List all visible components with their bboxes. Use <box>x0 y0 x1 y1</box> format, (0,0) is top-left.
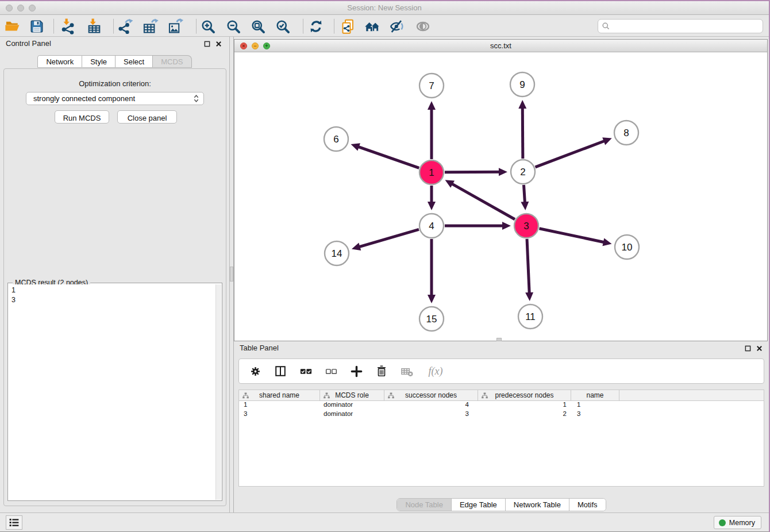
import-network-button[interactable] <box>59 17 77 36</box>
tab-edge-table[interactable]: Edge Table <box>451 499 505 511</box>
node-label-2: 2 <box>520 167 525 178</box>
close-panel-button[interactable] <box>214 40 222 48</box>
panel-splitter[interactable] <box>230 37 234 513</box>
mcds-result-text[interactable]: 1 3 <box>8 284 215 500</box>
optimization-criterion-label: Optimization criterion: <box>4 79 226 88</box>
export-table-icon <box>143 18 159 34</box>
delete-rows-button[interactable] <box>374 363 390 379</box>
table-cell[interactable]: 3 <box>384 410 478 419</box>
column-header-name[interactable]: name <box>571 390 619 400</box>
table-cell[interactable]: 2 <box>478 410 571 419</box>
add-row-button[interactable] <box>348 363 364 379</box>
table-cell[interactable]: 1 <box>571 401 619 410</box>
table-cell[interactable]: 1 <box>239 401 320 410</box>
table-row[interactable]: 3dominator323 <box>239 410 764 419</box>
tab-motifs[interactable]: Motifs <box>569 499 606 511</box>
apply-layout-button[interactable] <box>307 17 325 36</box>
edge-1-2[interactable] <box>445 172 500 172</box>
edge-arrowhead <box>518 100 526 109</box>
export-image-icon <box>168 18 184 34</box>
float-panel-button[interactable] <box>203 40 211 48</box>
edge-arrowhead <box>602 238 611 246</box>
optimization-criterion-select[interactable]: strongly connected component <box>26 92 204 105</box>
table-settings-button[interactable] <box>247 363 263 379</box>
table-cell[interactable]: 1 <box>478 401 571 410</box>
export-table-button[interactable] <box>141 17 160 36</box>
column-header-mcds-role[interactable]: MCDS role <box>320 390 384 400</box>
table-cell[interactable]: 3 <box>571 410 619 419</box>
search-input[interactable] <box>610 20 763 33</box>
home-button[interactable] <box>363 17 382 36</box>
network-window: × − + scc.txt 7968124314101511 <box>234 39 768 341</box>
table-row[interactable]: 1dominator411 <box>239 401 764 410</box>
table-cell[interactable]: dominator <box>320 401 384 410</box>
edge-arrowhead <box>521 202 529 210</box>
open-session-button[interactable] <box>3 17 22 36</box>
import-table-icon <box>86 18 102 34</box>
edge-2-3[interactable] <box>523 185 525 203</box>
window-title: Session: New Session <box>0 3 769 12</box>
save-session-button[interactable] <box>28 17 46 36</box>
zoom-in-button[interactable] <box>199 17 217 36</box>
result-scrollbar[interactable] <box>215 284 221 500</box>
tab-node-table[interactable]: Node Table <box>397 499 451 511</box>
clone-network-button[interactable] <box>338 17 357 36</box>
column-header-predecessor-nodes[interactable]: predecessor nodes <box>478 390 571 400</box>
tab-mcds[interactable]: MCDS <box>153 55 191 68</box>
unchecked-boxes-icon <box>325 365 338 378</box>
column-header-shared-name[interactable]: shared name <box>239 390 320 400</box>
close-panel-action-button[interactable]: Close panel <box>117 110 177 124</box>
import-table-button[interactable] <box>85 17 103 36</box>
tab-network[interactable]: Network <box>37 55 82 68</box>
delete-columns-button[interactable] <box>399 363 415 379</box>
edge-arrowhead <box>352 243 361 250</box>
float-icon <box>745 345 751 352</box>
export-network-button[interactable] <box>116 17 134 36</box>
tab-style[interactable]: Style <box>82 55 116 68</box>
network-canvas[interactable]: 7968124314101511 <box>234 52 767 341</box>
unselect-all-columns-button[interactable] <box>323 363 339 379</box>
node-label-11: 11 <box>525 311 536 322</box>
table-cell[interactable]: 4 <box>384 401 478 410</box>
tab-network-table[interactable]: Network Table <box>505 499 569 511</box>
edge-arrowhead <box>428 295 436 303</box>
network-titlebar: × − + scc.txt <box>234 40 767 52</box>
hide-details-button[interactable] <box>388 17 406 36</box>
edge-3-10[interactable] <box>540 229 605 242</box>
edge-2-8[interactable] <box>536 141 606 167</box>
toolbar-separator <box>113 19 114 33</box>
memory-status-icon <box>719 519 726 526</box>
table-close-button[interactable] <box>755 344 763 352</box>
zoom-out-button[interactable] <box>224 17 242 36</box>
export-image-button[interactable] <box>167 17 185 36</box>
task-history-button[interactable] <box>6 515 22 530</box>
edge-3-1[interactable] <box>451 183 515 219</box>
tab-select[interactable]: Select <box>116 55 153 68</box>
edge-3-11[interactable] <box>527 239 529 294</box>
main-toolbar <box>0 15 769 37</box>
column-header-successor-nodes[interactable]: successor nodes <box>384 390 478 400</box>
table-float-button[interactable] <box>744 344 752 352</box>
zoom-selected-button[interactable] <box>274 17 292 36</box>
show-columns-button[interactable] <box>272 363 288 379</box>
edge-1-6[interactable] <box>357 147 419 168</box>
node-label-6: 6 <box>333 134 338 145</box>
memory-button[interactable]: Memory <box>714 516 761 529</box>
select-all-columns-button[interactable] <box>298 363 314 379</box>
function-builder-button[interactable]: f(x) <box>424 363 447 379</box>
run-mcds-button[interactable]: Run MCDS <box>55 110 109 124</box>
zoom-fit-button[interactable] <box>249 17 267 36</box>
search-box[interactable] <box>598 19 763 33</box>
table-header: shared nameMCDS rolesuccessor nodesprede… <box>239 390 764 401</box>
edge-4-14[interactable] <box>358 229 418 247</box>
table-cell[interactable]: dominator <box>320 410 384 419</box>
edge-2-9[interactable] <box>522 107 523 159</box>
splitter-handle[interactable] <box>230 267 233 282</box>
toolbar-separator <box>303 19 303 33</box>
network-graph[interactable]: 7968124314101511 <box>234 52 767 341</box>
titlebar: Session: New Session <box>0 1 769 15</box>
show-details-button[interactable] <box>414 17 432 36</box>
table-cell[interactable]: 3 <box>239 410 320 419</box>
close-icon <box>215 41 222 47</box>
mcds-result-box: MCDS result (2 nodes) 1 3 <box>7 283 222 501</box>
